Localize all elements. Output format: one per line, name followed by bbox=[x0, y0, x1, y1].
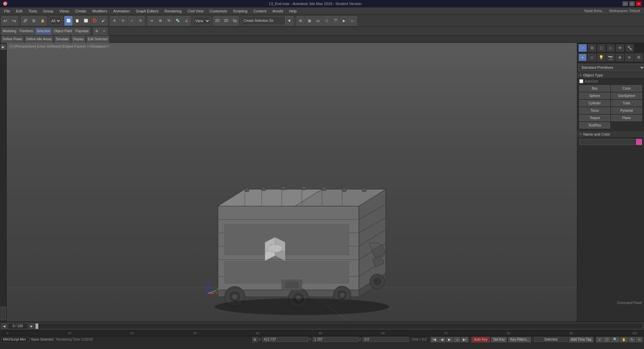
left-panel-toggle[interactable]: ▶ bbox=[1, 44, 6, 50]
create-panel-tab[interactable]: + bbox=[579, 44, 587, 52]
play-start-button[interactable]: |◀ bbox=[431, 337, 438, 342]
menu-graph-editors[interactable]: Graph Editors bbox=[133, 8, 161, 14]
cone-button[interactable]: Cone bbox=[611, 85, 642, 92]
timeline-next-button[interactable]: ▶ bbox=[29, 323, 34, 329]
zoom-extents-all-button[interactable]: ⬡ bbox=[603, 337, 610, 342]
systems-tab[interactable]: ⚙ bbox=[635, 54, 643, 61]
menu-help[interactable]: Help bbox=[286, 8, 300, 14]
pan-button[interactable]: ✋ bbox=[620, 337, 628, 342]
torus-button[interactable]: Torus bbox=[579, 107, 610, 114]
key-filters-button[interactable]: Key Filters... bbox=[508, 337, 531, 342]
teapot-button[interactable]: Teapot bbox=[579, 115, 610, 121]
menu-arnold[interactable]: Arnold bbox=[270, 8, 286, 14]
timeline-frame-input[interactable] bbox=[8, 323, 28, 329]
bind-spacewarp-button[interactable]: 🔒 bbox=[39, 16, 47, 26]
geosphere-button[interactable]: GeoSphere bbox=[611, 93, 642, 99]
menu-content[interactable]: Content bbox=[251, 8, 269, 14]
set-key-button[interactable]: Set Key bbox=[491, 337, 507, 342]
viewport[interactable]: [+] [Perspective] [User Defined] [Edged … bbox=[7, 43, 577, 321]
lights-tab[interactable]: 💡 bbox=[597, 54, 605, 61]
object-name-input[interactable] bbox=[579, 139, 635, 145]
rect-selection-button[interactable]: ⬜ bbox=[82, 16, 90, 26]
y-coord-input[interactable] bbox=[313, 337, 359, 342]
zoom-extents-button[interactable]: ⤢ bbox=[596, 337, 603, 342]
menu-views[interactable]: Views bbox=[57, 8, 72, 14]
tab-modeling[interactable]: Modeling bbox=[1, 28, 18, 35]
menu-rendering[interactable]: Rendering bbox=[162, 8, 184, 14]
helpers-tab[interactable]: ⊕ bbox=[616, 54, 624, 61]
autogrid-checkbox[interactable] bbox=[579, 79, 583, 83]
menu-civil-view[interactable]: Civil View bbox=[185, 8, 206, 14]
simulate-button[interactable]: Simulate bbox=[54, 36, 70, 43]
redo-button[interactable]: ↪ bbox=[10, 16, 18, 26]
undo-button[interactable]: ↩ bbox=[1, 16, 9, 26]
minimize-button[interactable]: ─ bbox=[623, 1, 628, 6]
align-button[interactable]: ⊞ bbox=[156, 16, 164, 26]
z-coord-input[interactable] bbox=[363, 337, 409, 342]
coord-mode-button[interactable]: ⊞ bbox=[252, 337, 258, 342]
auto-key-button[interactable]: Auto Key bbox=[472, 337, 490, 342]
populate-settings-button[interactable]: ⚙ bbox=[93, 28, 100, 35]
render-setup-button[interactable]: 🎬 bbox=[331, 16, 339, 26]
selection-filter-dropdown[interactable]: All bbox=[50, 16, 61, 25]
create-selection-set-input[interactable] bbox=[242, 16, 285, 25]
define-idle-button[interactable]: Define Idle Areas bbox=[25, 36, 53, 43]
link-button[interactable]: 🔗 bbox=[21, 16, 29, 26]
named-sel-button[interactable]: ⊞ bbox=[297, 16, 305, 26]
maxscript-mini[interactable]: MAXScript Mini bbox=[1, 337, 28, 342]
hierarchy-panel-tab[interactable]: ⬡ bbox=[597, 44, 605, 52]
select-rotate-button[interactable]: ↻ bbox=[119, 16, 127, 26]
menu-modifiers[interactable]: Modifiers bbox=[90, 8, 110, 14]
utilities-panel-tab[interactable]: 🔧 bbox=[626, 44, 634, 52]
unlink-button[interactable]: ⛓ bbox=[30, 16, 38, 26]
zoom-region-button[interactable]: 🔍 bbox=[611, 337, 619, 342]
viewport-dropdown[interactable]: View bbox=[194, 16, 210, 25]
spinner-snap-button[interactable]: Sp bbox=[231, 16, 239, 26]
menu-edit[interactable]: Edit bbox=[13, 8, 25, 14]
play-button[interactable]: ▶ bbox=[446, 337, 453, 342]
display-button[interactable]: Display bbox=[71, 36, 85, 43]
timeline-track[interactable] bbox=[35, 323, 643, 329]
define-flows-button[interactable]: Define Flows bbox=[1, 36, 23, 43]
motion-panel-tab[interactable]: ▷ bbox=[607, 44, 615, 52]
tab-freeform[interactable]: Freeform bbox=[18, 28, 35, 35]
display-panel-tab[interactable]: 👁 bbox=[616, 44, 624, 52]
snap-toggle-button[interactable]: 🔩 bbox=[174, 16, 182, 26]
tab-populate[interactable]: Populate bbox=[74, 28, 90, 35]
viewport-type-indicator[interactable] bbox=[1, 307, 6, 320]
layers-button[interactable]: ▦ bbox=[305, 16, 313, 26]
x-coord-input[interactable] bbox=[262, 337, 308, 342]
menu-file[interactable]: File bbox=[1, 8, 13, 14]
maximize-button[interactable]: □ bbox=[629, 1, 635, 6]
menu-group[interactable]: Group bbox=[40, 8, 56, 14]
geometry-tab[interactable]: ● bbox=[579, 54, 587, 61]
navigation-cube[interactable] bbox=[262, 236, 288, 262]
object-type-header[interactable]: ▼ Object Type bbox=[577, 72, 644, 79]
play-reverse-button[interactable]: ◁ bbox=[453, 337, 460, 342]
sphere-button[interactable]: Sphere bbox=[579, 93, 610, 99]
edit-selected-button[interactable]: Edit Selected bbox=[87, 36, 109, 43]
color-swatch[interactable] bbox=[636, 139, 642, 145]
add-time-tag-button[interactable]: Add Time Tag bbox=[569, 337, 593, 342]
menu-animation[interactable]: Animation bbox=[111, 8, 132, 14]
timeline-prev-button[interactable]: ◀ bbox=[1, 323, 7, 329]
render-button[interactable]: ▶ bbox=[340, 16, 348, 26]
plane-button[interactable]: Plane bbox=[611, 115, 642, 121]
maximize-viewport-button[interactable]: ⤡ bbox=[636, 337, 643, 342]
populate-dot-button[interactable]: • bbox=[101, 28, 107, 35]
box-button[interactable]: Box bbox=[579, 85, 610, 92]
primitive-type-dropdown[interactable]: Standard Primitives bbox=[578, 64, 644, 71]
select-move-button[interactable]: ✛ bbox=[110, 16, 118, 26]
tube-button[interactable]: Tube bbox=[611, 100, 642, 106]
close-button[interactable]: ✕ bbox=[636, 1, 641, 6]
select-manipulate-button[interactable]: ⟳ bbox=[137, 16, 145, 26]
shapes-tab[interactable]: ◇ bbox=[588, 54, 596, 61]
menu-scripting[interactable]: Scripting bbox=[230, 8, 250, 14]
menu-tools[interactable]: Tools bbox=[26, 8, 40, 14]
modify-panel-tab[interactable]: ⚙ bbox=[588, 44, 596, 52]
paint-selection-button[interactable]: 🖌 bbox=[99, 16, 107, 26]
name-color-header[interactable]: ▼ Name and Color bbox=[577, 131, 644, 138]
snap3d-button[interactable]: 3D bbox=[222, 16, 230, 26]
create-selection-set-button[interactable]: ▼ bbox=[285, 16, 293, 26]
snap2d-button[interactable]: 2D bbox=[213, 16, 221, 26]
